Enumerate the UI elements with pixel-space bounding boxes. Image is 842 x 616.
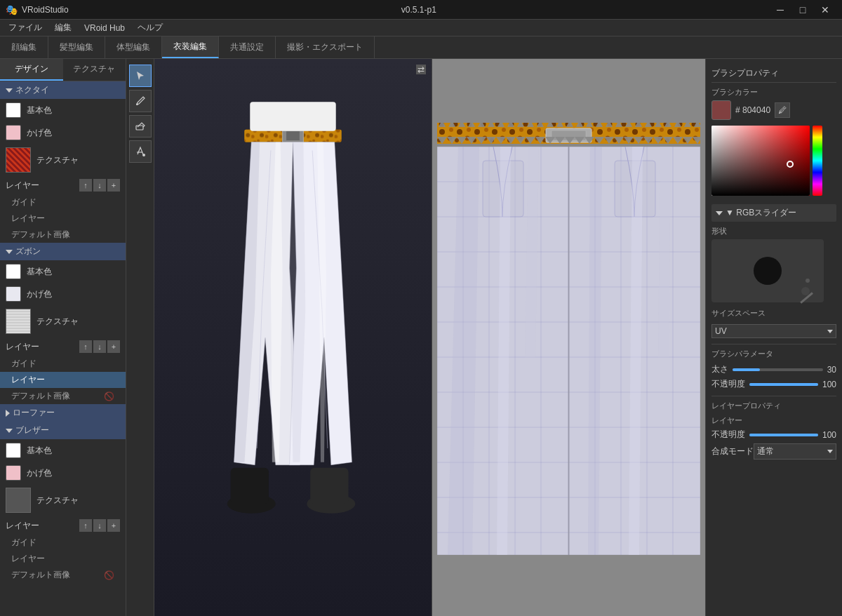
necktie-layer-add[interactable]: + (107, 179, 120, 192)
panel-tab-texture[interactable]: テクスチャ (63, 59, 126, 81)
uv-pants-area (437, 147, 700, 555)
brush-opacity-fill (749, 383, 818, 386)
necktie-layer-default[interactable]: デフォルト画像 (0, 227, 126, 243)
eyedropper-button[interactable]: 🖉 (775, 102, 790, 118)
blend-mode-dropdown[interactable]: 通常 (754, 443, 836, 460)
blazer-base-color-swatch[interactable] (6, 443, 21, 458)
blend-mode-label: 合成モード (711, 446, 754, 457)
blazer-shadow-color-swatch[interactable] (6, 465, 21, 481)
minimize-button[interactable]: ─ (769, 0, 791, 20)
tool-cursor[interactable] (129, 65, 152, 87)
menu-edit[interactable]: 編集 (49, 20, 77, 35)
brush-size-slider[interactable] (733, 368, 823, 371)
zubon-layer-add[interactable]: + (107, 340, 120, 353)
maximize-button[interactable]: □ (791, 0, 814, 20)
brush-shape-preview[interactable] (711, 239, 824, 302)
app-title: VRoidStudio (22, 5, 69, 15)
necktie-base-color-label: 基本色 (27, 105, 52, 116)
panel-tab-design[interactable]: デザイン (0, 59, 63, 81)
zubon-shadow-color-swatch[interactable] (6, 286, 21, 302)
section-blazer[interactable]: ブレザー (0, 422, 126, 439)
section-zubon[interactable]: ズボン (0, 243, 126, 260)
necktie-shadow-color-swatch[interactable] (6, 125, 21, 140)
brush-opacity-slider[interactable] (749, 383, 818, 386)
zubon-expand-icon (6, 250, 13, 254)
blazer-layer-down[interactable]: ↓ (93, 519, 106, 532)
necktie-layer-up[interactable]: ↑ (79, 179, 92, 192)
necktie-label: ネクタイ (15, 84, 49, 96)
section-necktie[interactable]: ネクタイ (0, 81, 126, 99)
zubon-shadow-color-row: かげ色 (0, 283, 126, 305)
tab-common-settings[interactable]: 共通設定 (219, 36, 276, 58)
menu-file[interactable]: ファイル (3, 20, 48, 35)
zubon-layer-layer[interactable]: レイヤー (0, 372, 126, 388)
layer-label-small: レイヤー (711, 415, 836, 426)
model-svg (154, 99, 432, 576)
menu-help[interactable]: ヘルプ (132, 20, 168, 35)
layer-opacity-fill (749, 434, 818, 436)
layer-opacity-slider[interactable] (749, 434, 818, 436)
layer-props-label: レイヤープロパティ (711, 396, 836, 411)
section-loafer[interactable]: ローファー (0, 404, 126, 422)
zubon-base-color-label: 基本色 (27, 266, 52, 278)
brush-size-label: 太さ (711, 363, 728, 375)
tab-photo-export[interactable]: 撮影・エクスポート (276, 36, 375, 58)
necktie-base-color-swatch[interactable] (6, 102, 21, 118)
center-view: ⇄ (126, 59, 432, 616)
color-cursor (787, 161, 794, 168)
blazer-layer-btns: ↑ ↓ + (79, 519, 120, 532)
menu-vroid-hub[interactable]: VRoid Hub (79, 22, 131, 34)
blazer-expand-icon (6, 429, 13, 433)
blazer-texture-thumb[interactable] (6, 488, 31, 513)
brush-props-title: ブラシプロパティ (711, 65, 836, 83)
blazer-layer-up[interactable]: ↑ (79, 519, 92, 532)
titlebar-controls: ─ □ ✕ (769, 0, 836, 20)
tool-eraser[interactable] (129, 115, 152, 138)
close-button[interactable]: ✕ (814, 0, 836, 20)
necktie-layer-layer[interactable]: レイヤー (0, 210, 126, 227)
necktie-texture-thumb[interactable] (6, 147, 31, 173)
rgb-slider-header[interactable]: ▼ RGBスライダー (711, 204, 836, 222)
tab-hair-edit[interactable]: 髪型編集 (48, 36, 105, 58)
zubon-texture-thumb[interactable] (6, 309, 31, 334)
zubon-layer-label: レイヤー (6, 341, 39, 353)
tab-face-edit[interactable]: 顔編集 (0, 36, 48, 58)
app-icon: 🎭 (6, 4, 18, 15)
layer-opacity-value: 100 (822, 430, 836, 440)
model-view[interactable]: ⇄ (154, 59, 432, 616)
view-flip-icon[interactable]: ⇄ (416, 65, 426, 74)
necktie-layer-down[interactable]: ↓ (93, 179, 106, 192)
zubon-texture-row: テクスチャ (0, 305, 126, 337)
tab-costume-edit[interactable]: 衣装編集 (162, 36, 219, 58)
necktie-shadow-color-label: かげ色 (27, 127, 52, 139)
zubon-layer-down[interactable]: ↓ (93, 340, 106, 353)
color-gradient-picker[interactable] (711, 126, 810, 196)
panel-tabs: デザイン テクスチャ (0, 59, 126, 81)
blazer-layer-guide[interactable]: ガイド (0, 535, 126, 551)
rgb-expand-icon (716, 211, 723, 215)
zubon-layer-default[interactable]: デフォルト画像 🚫 (0, 388, 126, 404)
blazer-layer-header: レイヤー ↑ ↓ + (0, 516, 126, 535)
blazer-layer-layer[interactable]: レイヤー (0, 551, 126, 567)
brush-color-swatch[interactable] (711, 100, 731, 120)
shape-section-label: 形状 (711, 226, 836, 236)
zubon-layer-guide[interactable]: ガイド (0, 356, 126, 372)
tool-fill[interactable] (129, 140, 152, 163)
blazer-layer-default[interactable]: デフォルト画像 🚫 (0, 567, 126, 583)
brush-size-fill (733, 368, 760, 371)
titlebar-version: v0.5.1-p1 (401, 5, 436, 15)
color-picker-area (711, 126, 836, 199)
necktie-layer-btns: ↑ ↓ + (79, 179, 120, 192)
blazer-layer-add[interactable]: + (107, 519, 120, 532)
tab-body-edit[interactable]: 体型編集 (105, 36, 162, 58)
hue-slider[interactable] (813, 126, 822, 196)
zubon-base-color-swatch[interactable] (6, 264, 21, 279)
tool-brush[interactable] (129, 90, 152, 112)
size-space-dropdown[interactable]: UV (711, 324, 836, 338)
zubon-label: ズボン (15, 246, 41, 257)
uv-view[interactable] (432, 59, 705, 616)
svg-rect-6 (286, 131, 300, 141)
zubon-layer-up[interactable]: ↑ (79, 340, 92, 353)
necktie-layer-guide[interactable]: ガイド (0, 194, 126, 210)
zubon-base-color-row: 基本色 (0, 260, 126, 283)
